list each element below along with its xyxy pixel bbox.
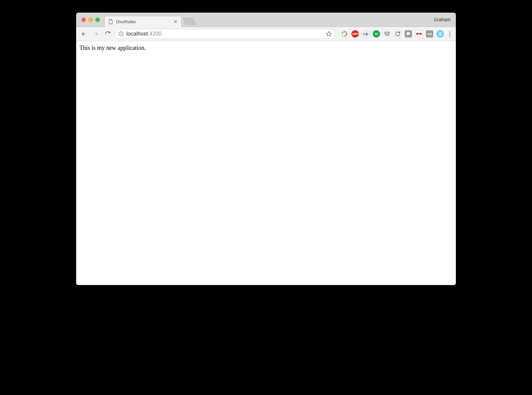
tab-close-button[interactable]	[173, 19, 178, 24]
tab-strip: DiceRoller Graham	[76, 13, 456, 27]
ext-refresh-icon[interactable]	[394, 30, 401, 38]
site-info-icon[interactable]	[118, 31, 124, 37]
page-viewport: This is my new application.	[76, 41, 456, 285]
toolbar: localhost:4200 ABPAあIDmd	[76, 27, 456, 41]
forward-button[interactable]	[91, 29, 101, 39]
ext-chat-icon[interactable]	[405, 30, 412, 38]
browser-menu-button[interactable]	[446, 32, 453, 37]
bookmark-star-icon[interactable]	[326, 31, 332, 37]
ext-pocket-icon[interactable]	[383, 30, 391, 38]
new-tab-button[interactable]	[183, 18, 196, 25]
ext-glasses-icon[interactable]	[415, 30, 423, 38]
window-fullscreen-button[interactable]	[95, 18, 100, 22]
browser-window: DiceRoller Graham localhost:4200	[76, 13, 456, 285]
window-controls	[79, 13, 104, 27]
url-port: :4200	[148, 31, 162, 37]
back-button[interactable]	[79, 29, 89, 39]
page-body-text: This is my new application.	[79, 45, 453, 51]
file-icon	[108, 19, 113, 24]
svg-point-2	[121, 33, 121, 33]
svg-rect-6	[420, 33, 422, 35]
ext-a-icon[interactable]: Aあ	[362, 30, 369, 38]
ext-id-icon[interactable]: ID	[373, 30, 380, 38]
svg-marker-3	[327, 32, 332, 36]
tab-title: DiceRoller	[116, 19, 171, 24]
ext-swirl-icon[interactable]	[341, 30, 348, 38]
svg-rect-7	[419, 34, 420, 34]
svg-rect-5	[416, 33, 419, 35]
reload-button[interactable]	[103, 29, 113, 39]
window-close-button[interactable]	[81, 18, 86, 22]
ext-globe-icon[interactable]	[437, 30, 444, 38]
browser-tab[interactable]: DiceRoller	[104, 16, 182, 27]
ext-abp-icon[interactable]: ABP	[351, 30, 359, 38]
address-bar[interactable]: localhost:4200	[115, 29, 335, 39]
url-host: localhost	[126, 31, 148, 37]
profile-name[interactable]: Graham	[434, 17, 456, 22]
ext-md-icon[interactable]: md	[426, 30, 433, 38]
window-minimize-button[interactable]	[88, 18, 93, 22]
url-text: localhost:4200	[126, 31, 323, 37]
extensions-row: ABPAあIDmd	[341, 30, 444, 38]
